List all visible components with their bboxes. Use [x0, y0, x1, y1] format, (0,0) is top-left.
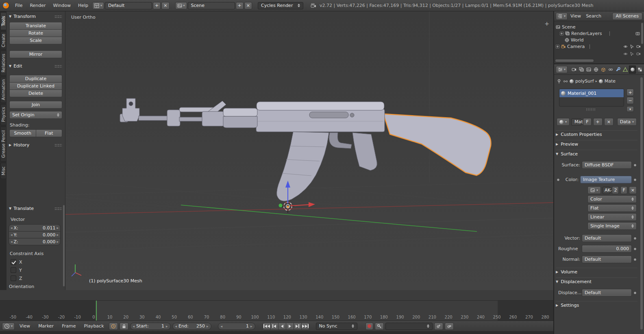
- displace-dropdown[interactable]: Default: [582, 289, 632, 297]
- render-engine-dropdown[interactable]: Cycles Render: [258, 2, 303, 9]
- rifle-model[interactable]: [120, 98, 491, 201]
- previous-keyframe-button[interactable]: [270, 323, 278, 330]
- duplicate-button[interactable]: Duplicate: [9, 75, 62, 83]
- display-mode-dropdown[interactable]: All Scenes: [612, 13, 642, 20]
- increment-arrow-icon[interactable]: ▸: [57, 233, 59, 237]
- scale-button[interactable]: Scale: [9, 37, 62, 44]
- tab-modifiers[interactable]: [614, 65, 621, 74]
- browse-image-button[interactable]: ▾: [587, 186, 601, 194]
- menu-frame[interactable]: Frame: [59, 323, 79, 329]
- unlink-image-button[interactable]: ×: [629, 186, 637, 194]
- panel-grip[interactable]: [54, 15, 62, 18]
- jump-to-end-button[interactable]: [301, 323, 309, 330]
- tab-world[interactable]: [592, 65, 599, 74]
- material-name-field[interactable]: Mate: [571, 118, 581, 126]
- decrement-arrow-icon[interactable]: ◂: [11, 240, 13, 244]
- tab-render[interactable]: [570, 65, 577, 74]
- tab-scene[interactable]: [585, 65, 592, 74]
- breadcrumb-material[interactable]: Mate: [605, 79, 616, 84]
- constraint-y-checkbox[interactable]: [11, 267, 16, 273]
- menu-playback[interactable]: Playback: [80, 323, 107, 329]
- join-button[interactable]: Join: [9, 101, 62, 109]
- panel-surface[interactable]: ▼ Surface: [556, 150, 637, 157]
- rotate-button[interactable]: Rotate: [9, 29, 62, 37]
- remove-material-slot-button[interactable]: −: [627, 97, 634, 104]
- browse-layouts-button[interactable]: ▾: [92, 2, 104, 9]
- panel-displacement[interactable]: ▼ Displacement: [556, 277, 637, 285]
- outliner-hscrollbar[interactable]: [555, 59, 594, 62]
- menu-window[interactable]: Window: [50, 3, 74, 8]
- increment-arrow-icon[interactable]: ▸: [207, 324, 209, 328]
- render-toggle-icon[interactable]: [635, 31, 640, 36]
- outliner-item-world[interactable]: World: [556, 37, 642, 43]
- current-frame-field[interactable]: ◂ 1 ▸: [218, 323, 255, 330]
- slot-specials-dropdown[interactable]: ▾: [627, 106, 634, 112]
- shade-smooth-button[interactable]: Smooth: [9, 129, 36, 137]
- menu-help[interactable]: Help: [75, 3, 91, 8]
- edit-panel-header[interactable]: ▼ Edit: [9, 63, 62, 70]
- vector-dropdown[interactable]: Default: [582, 234, 632, 242]
- image-users-button[interactable]: 2: [612, 186, 619, 194]
- tab-texture[interactable]: [636, 65, 643, 74]
- properties-scrollbar[interactable]: [640, 77, 643, 330]
- tab-tools[interactable]: Tools: [0, 12, 7, 30]
- tab-render-layers[interactable]: [578, 65, 585, 74]
- tab-constraints[interactable]: [607, 65, 614, 74]
- mirror-button[interactable]: Mirror: [9, 50, 62, 58]
- decrement-arrow-icon[interactable]: ◂: [221, 324, 223, 328]
- tab-grease-pencil[interactable]: Grease Pencil: [0, 127, 7, 162]
- add-layout-button[interactable]: +: [153, 2, 161, 9]
- expand-region-icon[interactable]: +: [544, 20, 549, 27]
- editor-type-button[interactable]: ▾: [556, 13, 568, 20]
- menu-view[interactable]: View: [16, 323, 33, 329]
- panel-volume[interactable]: ▶ Volume: [556, 268, 637, 275]
- 3d-viewport[interactable]: User Ortho (1) polySurface30 Mesh +: [65, 11, 553, 290]
- surface-shader-dropdown[interactable]: Diffuse BSDF: [582, 161, 632, 169]
- list-resize-grip[interactable]: [586, 108, 596, 111]
- menu-file[interactable]: File: [12, 3, 26, 8]
- increment-arrow-icon[interactable]: ▸: [57, 240, 59, 244]
- keying-options-button[interactable]: [375, 323, 384, 330]
- outliner-item-camera[interactable]: Camera: [556, 43, 642, 50]
- panel-grip[interactable]: [54, 207, 62, 210]
- delete-button[interactable]: Delete: [9, 90, 62, 97]
- constraint-z-checkbox[interactable]: [11, 275, 16, 281]
- scene-name-field[interactable]: Scene: [188, 2, 235, 9]
- translate-button[interactable]: Translate: [9, 22, 62, 30]
- fake-user-button[interactable]: F: [583, 118, 591, 126]
- panel-custom-properties[interactable]: ▶ Custom Properties: [556, 130, 637, 138]
- interpolation-dropdown[interactable]: Linear: [587, 213, 637, 221]
- delete-layout-button[interactable]: ×: [161, 2, 169, 9]
- tab-object-data[interactable]: [622, 65, 629, 74]
- sync-mode-dropdown[interactable]: No Sync: [316, 323, 357, 330]
- menu-render[interactable]: Render: [26, 3, 49, 8]
- visibility-eye-icon[interactable]: [623, 44, 628, 49]
- menu-view[interactable]: View: [568, 13, 583, 19]
- pin-icon[interactable]: [557, 79, 561, 84]
- editor-type-button[interactable]: ▾: [556, 66, 568, 73]
- selectable-cursor-icon[interactable]: [630, 44, 634, 49]
- roughness-slider[interactable]: 0.000: [582, 245, 632, 253]
- shade-flat-button[interactable]: Flat: [36, 129, 63, 137]
- expand-icon[interactable]: [556, 45, 559, 48]
- add-material-slot-button[interactable]: +: [627, 89, 634, 96]
- tab-misc[interactable]: Misc: [0, 163, 7, 179]
- next-keyframe-button[interactable]: [294, 323, 302, 330]
- panel-settings[interactable]: ▶ Settings: [556, 301, 637, 309]
- decrement-arrow-icon[interactable]: ◂: [175, 324, 177, 328]
- delete-scene-button[interactable]: ×: [244, 2, 252, 9]
- tab-object[interactable]: [600, 65, 607, 74]
- lock-time-toggle[interactable]: [120, 323, 128, 330]
- unlink-material-button[interactable]: ×: [604, 118, 614, 126]
- expand-icon[interactable]: [560, 32, 564, 35]
- tab-material[interactable]: [629, 65, 636, 74]
- outliner-vscrollbar[interactable]: [641, 23, 643, 44]
- decrement-arrow-icon[interactable]: ◂: [133, 324, 135, 328]
- vector-y-field[interactable]: ◂ Y: 0.000 ▸: [9, 231, 61, 238]
- tab-animation[interactable]: Animation: [0, 77, 7, 103]
- image-fake-user-button[interactable]: F: [620, 186, 627, 194]
- play-reverse-button[interactable]: [278, 323, 286, 330]
- selectable-cursor-icon[interactable]: [630, 52, 634, 56]
- browse-material-button[interactable]: ▾: [557, 118, 570, 126]
- normal-dropdown[interactable]: Default: [582, 255, 632, 263]
